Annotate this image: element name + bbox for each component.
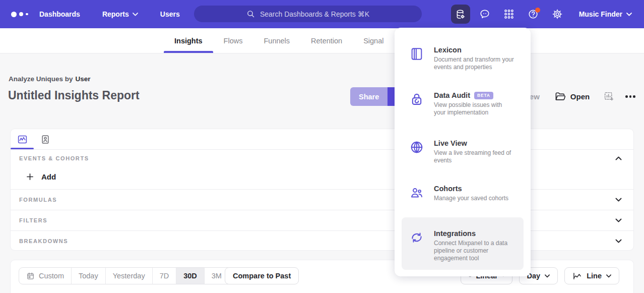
tab-insights[interactable]: Insights [164, 28, 213, 53]
navbar-icons: Music Finder [451, 0, 644, 28]
integrations-sync-icon [410, 222, 425, 265]
query-builder-panel: EVENTS & COHORTS Add FORMULAS FILTERS BR… [10, 129, 634, 251]
share-button[interactable]: Share [350, 87, 388, 106]
feedback-bubble-icon[interactable] [475, 5, 494, 24]
report-tabbar: Insights Flows Funnels Retention Signal … [0, 28, 644, 53]
plus-icon [26, 172, 34, 181]
more-options-icon[interactable] [623, 93, 637, 100]
menu-item-integrations[interactable]: Integrations Connect Mixpanel to a data … [402, 217, 524, 270]
users-view-tab[interactable] [34, 129, 57, 149]
tab-funnels[interactable]: Funnels [253, 28, 300, 53]
page-title[interactable]: Untitled Insights Report [8, 89, 140, 102]
data-management-dropdown: Lexicon Document and transform your even… [395, 28, 531, 276]
search-icon [246, 10, 255, 18]
chevron-down-icon [606, 274, 611, 278]
nav-links: Dashboards Reports Users [39, 6, 202, 22]
builder-view-tabs [11, 129, 57, 149]
range-7d[interactable]: 7D [153, 268, 177, 284]
chevron-down-icon [545, 274, 550, 278]
open-report-button[interactable]: Open [555, 92, 590, 101]
range-custom[interactable]: Custom [19, 268, 72, 284]
nav-dashboards[interactable]: Dashboards [39, 6, 80, 22]
data-audit-lock-icon [410, 91, 425, 116]
compare-to-past-button[interactable]: Compare to Past [225, 267, 299, 284]
tab-retention[interactable]: Retention [300, 28, 353, 53]
user-card-icon [40, 134, 50, 145]
metrics-view-tab[interactable] [11, 129, 34, 149]
chart-type-select[interactable]: Line [564, 267, 619, 284]
section-filters[interactable]: FILTERS [11, 210, 633, 230]
range-30d[interactable]: 30D [176, 268, 205, 284]
chart-controls-panel: Custom Today Yesterday 7D 30D 3M 6M 12M … [10, 260, 634, 293]
apps-grid-icon[interactable] [499, 5, 519, 24]
mixpanel-logo[interactable] [11, 12, 35, 17]
project-switcher[interactable]: Music Finder [579, 10, 632, 18]
search-input[interactable]: Search Dashboards & Reports ⌘K [194, 6, 422, 22]
chevron-down-icon [612, 216, 625, 224]
cohorts-people-icon [410, 185, 425, 202]
chevron-down-icon [626, 13, 632, 16]
lexicon-book-icon [410, 46, 425, 71]
tab-flows[interactable]: Flows [213, 28, 253, 53]
menu-item-live-view[interactable]: Live View View a live streaming feed of … [402, 134, 524, 169]
section-breakdowns[interactable]: BREAKDOWNS [11, 230, 633, 251]
help-icon[interactable] [524, 5, 543, 24]
menu-item-cohorts[interactable]: Cohorts Manage your saved cohorts [402, 180, 524, 207]
notification-dot [535, 8, 540, 13]
chevron-down-icon [612, 196, 625, 204]
calendar-icon [26, 272, 35, 280]
live-view-globe-icon [410, 139, 425, 164]
tab-signal[interactable]: Signal [353, 28, 394, 53]
settings-gear-icon[interactable] [548, 5, 567, 24]
search-placeholder: Search Dashboards & Reports ⌘K [260, 10, 369, 18]
menu-item-data-audit[interactable]: Data Audit BETA View possible issues wit… [402, 86, 524, 122]
chevron-down-icon [133, 13, 138, 16]
line-chart-icon [572, 272, 582, 280]
add-event-button[interactable]: Add [11, 165, 633, 188]
analysis-entity[interactable]: User [76, 75, 91, 83]
range-yesterday[interactable]: Yesterday [106, 268, 153, 284]
section-events-cohorts[interactable]: EVENTS & COHORTS [11, 149, 633, 167]
chevron-down-icon [612, 237, 625, 245]
chart-pulse-icon [17, 134, 28, 145]
chevron-up-icon [612, 154, 625, 162]
header-actions: New Open [524, 87, 637, 106]
nav-users[interactable]: Users [160, 6, 180, 22]
nav-reports[interactable]: Reports [102, 6, 138, 22]
beta-badge: BETA [474, 92, 493, 99]
folder-icon [555, 92, 566, 101]
report-subtitle: Analyze Uniques byUser [9, 75, 91, 83]
section-formulas[interactable]: FORMULAS [11, 189, 633, 210]
top-navbar: Dashboards Reports Users Search Dashboar… [0, 0, 644, 28]
menu-item-lexicon[interactable]: Lexicon Document and transform your even… [402, 41, 524, 76]
data-management-icon[interactable] [451, 5, 470, 24]
range-today[interactable]: Today [72, 268, 106, 284]
add-to-board-icon[interactable] [604, 91, 614, 102]
